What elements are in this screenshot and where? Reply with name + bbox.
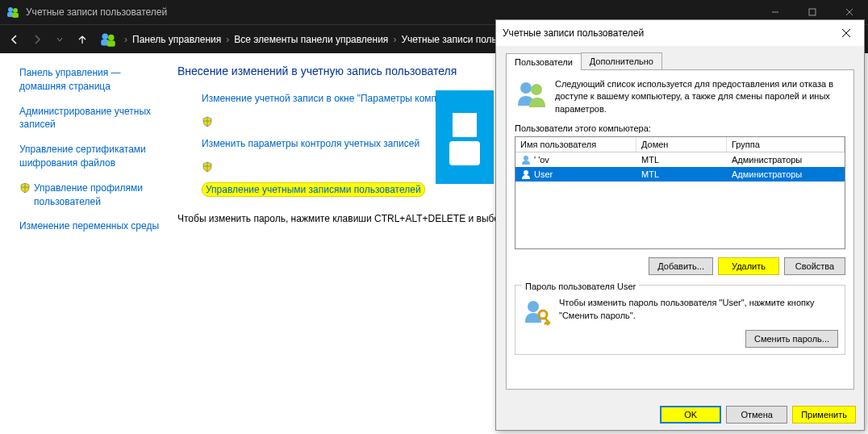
- cell-group: Администраторы: [727, 169, 845, 180]
- chevron-right-icon: ›: [124, 34, 127, 45]
- action-uac[interactable]: Изменить параметры контроля учетных запи…: [202, 137, 419, 151]
- shield-icon: [202, 161, 213, 173]
- breadcrumb-item[interactable]: Все элементы панели управления: [234, 34, 388, 45]
- cell-domain: MTL: [636, 154, 727, 165]
- svg-rect-13: [453, 113, 477, 137]
- key-icon: [522, 297, 551, 326]
- action-change-account[interactable]: Изменение учетной записи в окне "Парамет…: [202, 92, 473, 106]
- fieldset-legend: Пароль пользователя User: [522, 282, 639, 291]
- properties-button[interactable]: Свойства: [784, 257, 845, 275]
- users-table[interactable]: Имя пользователя Домен Группа ' 'ov MTL …: [515, 136, 845, 249]
- breadcrumb-item[interactable]: Учетные записи поль...: [401, 34, 504, 45]
- cell-username: ' 'ov: [534, 155, 549, 165]
- change-password-button[interactable]: Сменить пароль...: [745, 330, 838, 348]
- cancel-button[interactable]: Отмена: [726, 406, 787, 424]
- col-group[interactable]: Группа: [727, 137, 845, 152]
- cell-domain: MTL: [636, 169, 727, 180]
- svg-point-0: [8, 7, 13, 12]
- svg-point-20: [524, 170, 528, 175]
- remove-button[interactable]: Удалить: [718, 257, 779, 275]
- dialog-footer: OK Отмена Применить: [496, 399, 864, 430]
- svg-rect-11: [107, 40, 115, 47]
- user-icon: [520, 154, 532, 165]
- col-domain[interactable]: Домен: [636, 137, 727, 152]
- sidebar: Панель управления — домашняя страница Ад…: [0, 53, 169, 434]
- forward-button[interactable]: [26, 28, 48, 51]
- sidebar-item-home[interactable]: Панель управления — домашняя страница: [19, 66, 163, 94]
- shield-icon: [202, 116, 213, 127]
- user-icon: [520, 169, 532, 180]
- sidebar-item-env[interactable]: Изменение переменных среды: [19, 219, 163, 233]
- dialog-description: Следующий список используется для предос…: [555, 78, 845, 115]
- breadcrumb[interactable]: › Панель управления › Все элементы панел…: [100, 31, 518, 48]
- dialog-title: Учетные записи пользователей: [503, 27, 835, 39]
- svg-rect-14: [449, 141, 480, 165]
- svg-rect-5: [809, 9, 816, 15]
- tab-panel-users: Следующий список используется для предос…: [506, 69, 854, 390]
- table-row[interactable]: ' 'ov MTL Администраторы: [515, 152, 845, 167]
- dialog-titlebar: Учетные записи пользователей: [496, 20, 864, 46]
- svg-point-17: [520, 82, 532, 94]
- recent-button[interactable]: [48, 28, 71, 51]
- users-icon: [100, 31, 116, 48]
- dialog-close-button[interactable]: [835, 23, 858, 43]
- user-accounts-dialog: Учетные записи пользователей Пользовател…: [495, 19, 865, 431]
- user-tile-graphic: [436, 90, 494, 184]
- back-button[interactable]: [3, 28, 26, 51]
- cell-group: Администраторы: [727, 154, 845, 165]
- tab-advanced[interactable]: Дополнительно: [581, 52, 662, 69]
- up-button[interactable]: [71, 28, 94, 51]
- shield-icon: [19, 182, 31, 194]
- svg-point-18: [531, 84, 542, 95]
- password-fieldset: Пароль пользователя User Чтобы изменить …: [515, 285, 845, 355]
- svg-point-22: [539, 311, 547, 319]
- breadcrumb-item[interactable]: Панель управления: [132, 34, 221, 45]
- add-button[interactable]: Добавить...: [649, 257, 713, 275]
- table-row[interactable]: User MTL Администраторы: [515, 167, 845, 182]
- svg-point-1: [13, 8, 18, 13]
- svg-point-19: [524, 156, 528, 161]
- cell-username: User: [534, 169, 553, 179]
- window-title: Учетные записи пользователей: [26, 6, 757, 18]
- svg-rect-3: [12, 13, 19, 18]
- ok-button[interactable]: OK: [660, 406, 721, 424]
- svg-point-8: [102, 33, 109, 40]
- list-label: Пользователи этого компьютера:: [515, 123, 845, 133]
- users-app-icon: [6, 6, 19, 19]
- users-large-icon: [515, 78, 547, 111]
- apply-button[interactable]: Применить: [792, 406, 856, 424]
- sidebar-item-profiles[interactable]: Управление профилями пользователей: [34, 182, 163, 209]
- chevron-right-icon: ›: [226, 34, 229, 45]
- chevron-right-icon: ›: [393, 34, 396, 45]
- table-header: Имя пользователя Домен Группа: [515, 137, 845, 152]
- action-manage-accounts[interactable]: Управление учетными записями пользовател…: [202, 182, 425, 198]
- sidebar-item-certs[interactable]: Управление сертификатами шифрования файл…: [19, 143, 163, 170]
- svg-point-21: [528, 301, 539, 312]
- sidebar-item-admin[interactable]: Администрирование учетных записей: [19, 105, 163, 132]
- svg-point-9: [108, 34, 115, 40]
- fieldset-text: Чтобы изменить пароль пользователя "User…: [559, 297, 838, 322]
- tab-users[interactable]: Пользователи: [506, 53, 582, 70]
- tabstrip: Пользователи Дополнительно: [506, 52, 854, 69]
- col-username[interactable]: Имя пользователя: [515, 137, 636, 152]
